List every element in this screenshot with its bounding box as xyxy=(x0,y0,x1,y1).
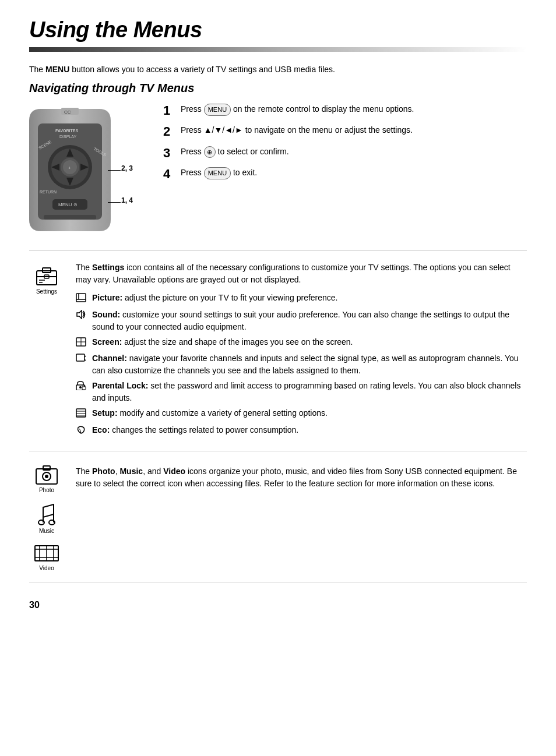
page-title: Using the Menus xyxy=(29,17,527,43)
settings-content: The Settings icon contains all of the ne… xyxy=(76,262,527,440)
feature-eco: Eco: changes the settings related to pow… xyxy=(76,424,527,438)
step-1: 1 Press MENU on the remote control to di… xyxy=(163,103,527,118)
step-number-4: 4 xyxy=(163,167,176,182)
svg-text:DISPLAY: DISPLAY xyxy=(59,135,76,139)
channel-icon xyxy=(76,354,87,366)
video-label: Video xyxy=(39,565,54,571)
step-text-4: Press MENU to exit. xyxy=(181,167,257,179)
picture-icon xyxy=(76,293,87,306)
media-section: Photo Music Video xyxy=(29,462,527,571)
video-icon xyxy=(34,543,59,563)
svg-rect-33 xyxy=(76,354,85,361)
svg-text:CC: CC xyxy=(64,109,71,115)
feature-channel: Channel: navigate your favorite channels… xyxy=(76,352,527,377)
feature-list: Picture: adjust the picture on your TV t… xyxy=(76,292,527,437)
feature-screen-text: Screen: adjust the size and shape of the… xyxy=(92,336,353,348)
media-divider-top xyxy=(29,451,527,451)
menu-button-icon-1: MENU xyxy=(204,104,231,116)
svg-text:+: + xyxy=(68,165,71,171)
svg-rect-19 xyxy=(44,215,96,220)
nav-section-heading: Navigating through TV Menus xyxy=(29,82,527,95)
settings-intro-text: The Settings icon contains all of the ne… xyxy=(76,262,527,286)
step-4: 4 Press MENU to exit. xyxy=(163,167,527,182)
media-icons-column: Photo Music Video xyxy=(29,462,64,571)
feature-eco-text: Eco: changes the settings related to pow… xyxy=(92,424,298,436)
svg-rect-38 xyxy=(82,387,86,390)
feature-sound: Sound: customize your sound settings to … xyxy=(76,309,527,333)
step-text-3: Press ⊕ to select or confirm. xyxy=(181,146,289,158)
eco-icon xyxy=(76,425,87,438)
menu-button-icon-4: MENU xyxy=(204,167,231,179)
steps-area: 1 Press MENU on the remote control to di… xyxy=(163,103,527,188)
svg-marker-29 xyxy=(77,310,82,319)
feature-parental-text: Parental Lock: set the password and limi… xyxy=(92,380,527,404)
page-number: 30 xyxy=(29,600,527,610)
settings-section: Settings The Settings icon contains all … xyxy=(29,262,527,440)
step-3: 3 Press ⊕ to select or confirm. xyxy=(163,146,527,161)
bottom-rule xyxy=(29,582,527,582)
music-label: Music xyxy=(39,528,54,534)
step-2: 2 Press ▲/▼/◄/► to navigate on the menu … xyxy=(163,124,527,139)
sound-icon xyxy=(76,310,87,323)
feature-screen: Screen: adjust the size and shape of the… xyxy=(76,336,527,350)
settings-icon-column: Settings xyxy=(29,262,64,440)
media-content: The Photo, Music, and Video icons organi… xyxy=(76,462,527,490)
svg-text:FAVORITES: FAVORITES xyxy=(55,129,78,133)
step-number-2: 2 xyxy=(163,124,176,139)
title-divider xyxy=(29,47,527,52)
svg-point-37 xyxy=(79,386,82,388)
screen-icon xyxy=(76,337,87,350)
nav-section: CC FAVORITES DISPLAY SCENE TOOLS + RETUR… xyxy=(29,103,527,233)
step-label-2-3: 2, 3 xyxy=(121,164,133,172)
photo-icon-item: Photo xyxy=(35,464,58,493)
photo-label: Photo xyxy=(39,487,54,493)
photo-icon xyxy=(35,464,58,485)
svg-rect-26 xyxy=(76,294,86,302)
setup-icon xyxy=(76,408,87,421)
step-number-1: 1 xyxy=(163,103,176,118)
music-icon-item: Music xyxy=(36,503,57,534)
settings-divider-top xyxy=(29,250,527,251)
select-button-icon: ⊕ xyxy=(204,146,216,158)
parental-lock-icon xyxy=(76,381,87,394)
step-text-1: Press MENU on the remote control to disp… xyxy=(181,103,414,116)
step-label-1-4: 1, 4 xyxy=(121,196,133,204)
intro-text: The MENU button allows you to access a v… xyxy=(29,63,527,76)
feature-picture-text: Picture: adjust the picture on your TV t… xyxy=(92,292,338,304)
music-icon xyxy=(36,503,57,526)
remote-control-image: CC FAVORITES DISPLAY SCENE TOOLS + RETUR… xyxy=(29,103,146,233)
feature-sound-text: Sound: customize your sound settings to … xyxy=(92,309,527,333)
video-icon-item: Video xyxy=(34,543,59,571)
feature-setup-text: Setup: modify and customize a variety of… xyxy=(92,407,328,419)
svg-text:MENU ⊙: MENU ⊙ xyxy=(58,202,78,207)
settings-label: Settings xyxy=(36,288,57,295)
feature-channel-text: Channel: navigate your favorite channels… xyxy=(92,352,527,377)
step-text-2: Press ▲/▼/◄/► to navigate on the menu or… xyxy=(181,124,413,136)
settings-icon xyxy=(34,264,59,286)
step-number-3: 3 xyxy=(163,146,176,161)
feature-setup: Setup: modify and customize a variety of… xyxy=(76,407,527,421)
feature-picture: Picture: adjust the picture on your TV t… xyxy=(76,292,527,306)
feature-parental: Parental Lock: set the password and limi… xyxy=(76,380,527,404)
svg-point-46 xyxy=(45,475,48,478)
svg-text:RETURN: RETURN xyxy=(40,190,57,194)
